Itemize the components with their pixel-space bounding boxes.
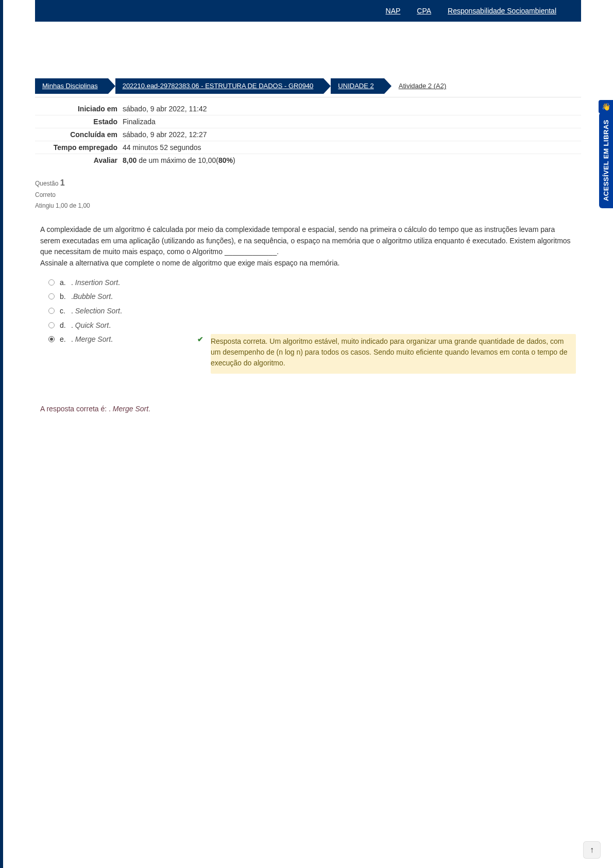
answer-letter: c.	[60, 306, 71, 317]
check-icon: ✔	[197, 334, 203, 345]
top-nav-link-nap[interactable]: NAP	[386, 7, 401, 15]
value-time-taken: 44 minutos 52 segundos	[123, 143, 581, 152]
answer-suffix: .	[111, 335, 113, 343]
breadcrumb-activity[interactable]: Atividade 2 (A2)	[391, 78, 454, 94]
answer-suffix: .	[120, 307, 122, 315]
radio-icon	[48, 279, 55, 286]
libras-accessible-tab[interactable]: ACESSÍVEL EM LIBRAS	[599, 112, 613, 208]
answer-text-e: Merge Sort	[75, 335, 111, 343]
arrow-up-icon: ↑	[590, 845, 594, 855]
radio-icon	[48, 308, 55, 314]
grade-mid: de um máximo de 10,00(	[137, 156, 218, 164]
libras-icon[interactable]: 👋	[599, 100, 613, 113]
answer-prefix: .	[71, 335, 75, 343]
correct-answer-suffix: .	[148, 405, 150, 413]
top-nav-link-cpa[interactable]: CPA	[417, 7, 431, 15]
answer-letter: a.	[60, 277, 71, 289]
top-nav-link-responsabilidade[interactable]: Responsabilidade Socioambiental	[448, 7, 556, 15]
question-status: Correto	[35, 191, 56, 198]
correct-answer-intro: A resposta correta é: .	[40, 405, 113, 413]
answer-letter: d.	[60, 320, 71, 331]
value-state: Finalizada	[123, 118, 581, 126]
answer-option-c[interactable]: c. . Selection Sort.	[48, 306, 576, 317]
answer-option-e[interactable]: e. . Merge Sort. ✔ Resposta correta. Um …	[48, 334, 576, 374]
question-mark: Atingiu 1,00 de 1,00	[35, 202, 90, 209]
answer-prefix: .	[71, 278, 75, 287]
question-stem: A complexidade de um algoritmo é calcula…	[40, 224, 576, 258]
question-header: Questão 1 Correto Atingiu 1,00 de 1,00	[35, 174, 581, 215]
value-started-on: sábado, 9 abr 2022, 11:42	[123, 105, 581, 113]
answer-option-d[interactable]: d. . Quick Sort.	[48, 320, 576, 331]
radio-icon	[48, 293, 55, 299]
answer-letter: b.	[60, 291, 71, 303]
answer-prefix: .	[71, 307, 75, 315]
breadcrumb-course[interactable]: 202210.ead-29782383.06 - ESTRUTURA DE DA…	[115, 78, 324, 94]
divider	[35, 97, 581, 97]
breadcrumb-my-courses[interactable]: Minhas Disciplinas	[35, 78, 108, 94]
value-completed-on: sábado, 9 abr 2022, 12:27	[123, 130, 581, 139]
answer-option-b[interactable]: b. .Bubble Sort.	[48, 291, 576, 303]
answer-option-a[interactable]: a. . Insertion Sort.	[48, 277, 576, 289]
grade-percent: 80%	[218, 156, 233, 164]
scroll-to-top-button[interactable]: ↑	[583, 841, 601, 859]
answer-feedback: Resposta correta. Um algoritmo estável, …	[211, 334, 576, 374]
label-started-on: Iniciado em	[35, 105, 123, 113]
breadcrumb: Minhas Disciplinas 202210.ead-29782383.0…	[35, 78, 581, 94]
answer-prefix: .	[71, 321, 75, 329]
answer-text-c: Selection Sort	[75, 307, 120, 315]
answer-letter: e.	[60, 334, 71, 345]
grade-score: 8,00	[123, 156, 137, 164]
answer-text-d: Quick Sort	[75, 321, 109, 329]
correct-answer-text: Merge Sort	[113, 405, 148, 413]
radio-icon	[48, 336, 55, 342]
question-number: 1	[60, 178, 65, 187]
label-grade: Avaliar	[35, 156, 123, 164]
breadcrumb-unit[interactable]: UNIDADE 2	[331, 78, 384, 94]
label-completed-on: Concluída em	[35, 130, 123, 139]
answer-text-b: Bubble Sort	[73, 292, 111, 301]
radio-icon	[48, 322, 55, 328]
question-stem-2: Assinale a alternativa que complete o no…	[40, 258, 576, 269]
correct-answer-box: A resposta correta é: . Merge Sort.	[35, 399, 581, 418]
question-body: A complexidade de um algoritmo é calcula…	[35, 215, 581, 387]
quiz-review-summary: Iniciado em sábado, 9 abr 2022, 11:42 Es…	[35, 103, 581, 166]
answer-suffix: .	[109, 321, 111, 329]
value-grade: 8,00 de um máximo de 10,00(80%)	[123, 156, 581, 164]
grade-end: )	[233, 156, 235, 164]
answer-suffix: .	[111, 292, 113, 301]
answer-suffix: .	[118, 278, 120, 287]
question-1: Questão 1 Correto Atingiu 1,00 de 1,00 A…	[35, 174, 581, 418]
answer-list: a. . Insertion Sort. b. .Bubble Sort. c.…	[48, 277, 576, 374]
top-navigation: NAP CPA Responsabilidade Socioambiental	[35, 0, 581, 22]
answer-text-a: Insertion Sort	[75, 278, 118, 287]
question-label: Questão	[35, 180, 58, 187]
label-state: Estado	[35, 118, 123, 126]
label-time-taken: Tempo empregado	[35, 143, 123, 152]
